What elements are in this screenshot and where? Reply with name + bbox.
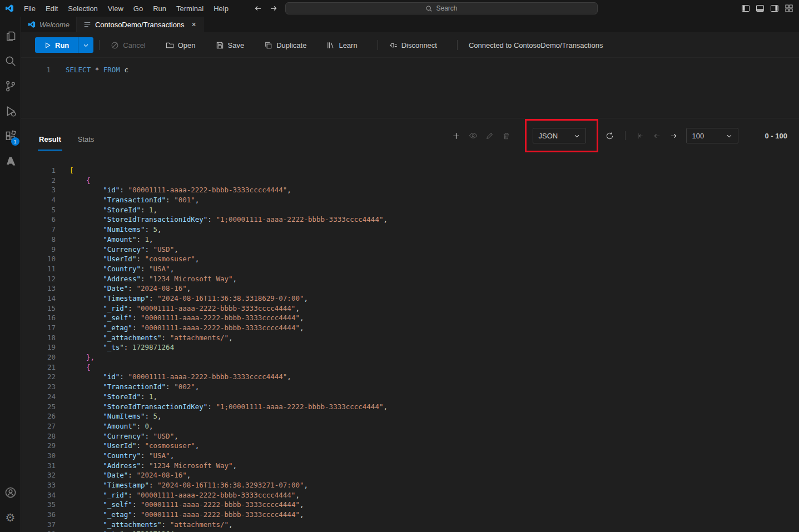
token-punc: : xyxy=(149,294,157,302)
token-key: "Date" xyxy=(103,471,128,479)
token-punc: : xyxy=(128,471,136,479)
refresh-button[interactable] xyxy=(602,128,618,143)
token-key: "Country" xyxy=(103,265,141,273)
toggle-panel-icon[interactable] xyxy=(756,4,765,13)
menu-item-help[interactable]: Help xyxy=(209,3,234,14)
menu-item-file[interactable]: File xyxy=(19,3,41,14)
token-punc: : xyxy=(124,343,132,351)
tab-stats[interactable]: Stats xyxy=(77,135,96,151)
window-layout-controls xyxy=(741,0,793,17)
token-str: "2024-08-16" xyxy=(136,284,186,292)
search-icon xyxy=(425,5,433,12)
tab-contosodemo-transactions[interactable]: ContosoDemo/Transactions × xyxy=(77,17,204,32)
menu-item-terminal[interactable]: Terminal xyxy=(171,3,209,14)
save-button[interactable]: Save xyxy=(210,41,250,49)
line-number: 20 xyxy=(21,352,56,362)
line-content: [ xyxy=(70,166,74,176)
line-content: "id": "00001111-aaaa-2222-bbbb-3333cccc4… xyxy=(70,185,291,195)
run-debug-icon[interactable] xyxy=(0,98,21,123)
line-content: "TransactionId": "002", xyxy=(70,382,199,392)
token-str: "attachments/" xyxy=(170,520,229,529)
token-punc: : xyxy=(128,304,136,312)
menu-item-selection[interactable]: Selection xyxy=(63,3,102,14)
token-punc: , xyxy=(187,471,191,479)
line-content: "_attachments": "attachments/", xyxy=(70,520,233,530)
token-key: "TransactionId" xyxy=(103,196,166,204)
token-bracket: [ xyxy=(70,166,74,175)
result-line: 12"Address": "1234 Microsoft Way", xyxy=(21,274,799,284)
tab-label: Welcome xyxy=(39,21,70,29)
settings-gear-icon[interactable]: ⚙ xyxy=(0,505,21,530)
extensions-icon[interactable]: 1 xyxy=(0,123,21,148)
result-line: 14"Timestamp": "2024-08-16T11:36:38.3318… xyxy=(21,294,799,304)
open-button[interactable]: Open xyxy=(160,41,201,49)
search-sidebar-icon[interactable] xyxy=(0,48,21,73)
result-line: 24"StoreId": 1, xyxy=(21,392,799,402)
line-content: "UserId": "cosmosuser", xyxy=(70,441,199,451)
token-key: "Timestamp" xyxy=(103,481,149,489)
activity-bar: 1 ⚙ xyxy=(0,17,21,532)
view-item-button[interactable] xyxy=(465,128,482,143)
toggle-sidebar-icon[interactable] xyxy=(741,4,750,13)
token-str: "00001111-aaaa-2222-bbbb-3333cccc4444" xyxy=(136,491,295,499)
token-key: "NumItems" xyxy=(103,225,145,233)
result-line: 34"_rid": "00001111-aaaa-2222-bbbb-3333c… xyxy=(21,490,799,500)
account-icon[interactable] xyxy=(0,480,21,505)
customize-layout-icon[interactable] xyxy=(785,4,793,13)
close-tab-icon[interactable]: × xyxy=(192,21,196,28)
run-button[interactable]: Run xyxy=(35,37,93,53)
token-punc: , xyxy=(187,284,191,292)
azure-icon[interactable] xyxy=(0,148,21,173)
token-key: "StoreIdTransactionIdKey" xyxy=(103,402,207,411)
token-punc: : xyxy=(149,481,157,489)
learn-button[interactable]: Learn xyxy=(321,41,363,49)
line-content: "_self": "00001111-aaaa-2222-bbbb-3333cc… xyxy=(70,313,304,323)
result-code-lines: 1[2{3"id": "00001111-aaaa-2222-bbbb-3333… xyxy=(21,166,799,532)
token-key: "_rid" xyxy=(103,491,128,499)
disconnect-label: Disconnect xyxy=(401,41,437,49)
add-item-button[interactable] xyxy=(448,128,465,143)
result-code-area[interactable]: 1[2{3"id": "00001111-aaaa-2222-bbbb-3333… xyxy=(21,151,799,532)
duplicate-button[interactable]: Duplicate xyxy=(259,41,312,49)
result-line: 1[ xyxy=(21,166,799,176)
tab-welcome[interactable]: Welcome xyxy=(21,17,77,32)
token-punc: , xyxy=(153,392,158,401)
page-size-value: 100 xyxy=(692,132,704,140)
page-size-wrap: 100 xyxy=(686,128,738,143)
explorer-icon[interactable] xyxy=(0,23,21,48)
disconnect-button[interactable]: Disconnect xyxy=(384,41,443,49)
source-control-icon[interactable] xyxy=(0,73,21,98)
first-page-button[interactable] xyxy=(632,128,649,143)
line-number: 16 xyxy=(21,313,56,323)
menu-item-run[interactable]: Run xyxy=(148,3,171,14)
nav-forward-icon[interactable] xyxy=(269,4,278,13)
menu-item-go[interactable]: Go xyxy=(128,3,148,14)
nav-back-icon[interactable] xyxy=(254,4,262,13)
query-editor[interactable]: 1 SELECT * FROM c xyxy=(21,65,799,74)
run-dropdown-chevron[interactable] xyxy=(78,37,93,53)
result-line: 27"Amount": 0, xyxy=(21,421,799,431)
search-input[interactable]: Search xyxy=(285,2,598,14)
next-page-button[interactable] xyxy=(666,128,682,143)
menu-item-edit[interactable]: Edit xyxy=(41,3,63,14)
token-punc: : xyxy=(207,215,216,223)
tab-result[interactable]: Result xyxy=(38,135,62,151)
token-key: "Address" xyxy=(103,275,141,283)
line-content: { xyxy=(70,362,91,372)
token-str: "1234 Microsoft Way" xyxy=(149,461,233,470)
learn-label: Learn xyxy=(339,41,357,49)
edit-item-button[interactable] xyxy=(482,128,498,143)
toggle-secondary-sidebar-icon[interactable] xyxy=(770,4,779,13)
menu-item-view[interactable]: View xyxy=(103,3,128,14)
page-size-dropdown[interactable]: 100 xyxy=(686,128,738,143)
result-line: 11"Country": "USA", xyxy=(21,264,799,274)
result-line: 23"TransactionId": "002", xyxy=(21,382,799,392)
line-content: "Amount": 0, xyxy=(70,421,153,431)
delete-item-button[interactable] xyxy=(498,128,515,143)
cancel-button[interactable]: Cancel xyxy=(105,41,151,49)
tab-label: ContosoDemo/Transactions xyxy=(95,21,185,29)
line-number: 14 xyxy=(21,294,56,304)
prev-page-button[interactable] xyxy=(649,128,666,143)
result-line: 16"_self": "00001111-aaaa-2222-bbbb-3333… xyxy=(21,313,799,323)
format-selector-dropdown[interactable]: JSON xyxy=(533,128,586,143)
